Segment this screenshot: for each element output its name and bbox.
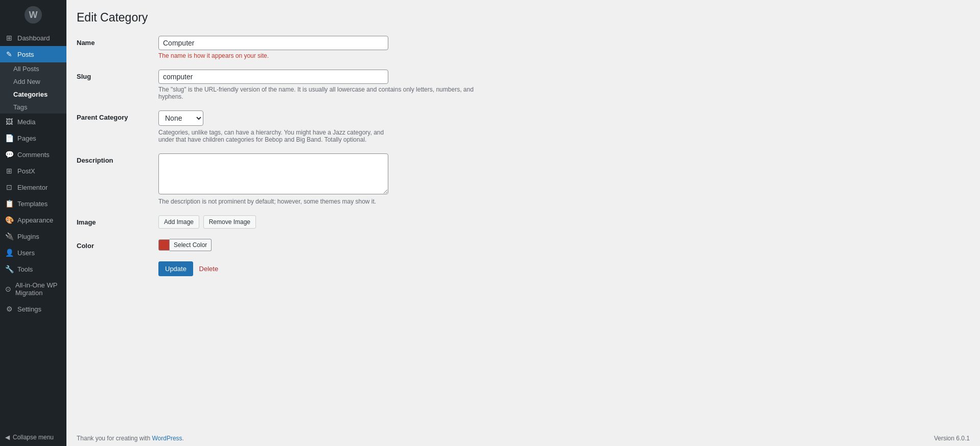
parent-category-row: Parent Category None Categories, unlike … — [77, 110, 485, 143]
tools-icon: 🔧 — [5, 265, 13, 273]
sidebar-item-postx[interactable]: ⊞ PostX — [0, 163, 66, 179]
description-row: Description The description is not promi… — [77, 153, 485, 205]
sidebar-item-label: Appearance — [17, 216, 53, 224]
parent-category-field: None Categories, unlike tags, can have a… — [158, 110, 485, 143]
actions-field: Update Delete — [158, 261, 485, 276]
sidebar-item-media[interactable]: 🖼 Media — [0, 114, 66, 130]
sidebar-item-all-posts[interactable]: All Posts — [0, 62, 66, 75]
sidebar-item-label: Elementor — [17, 184, 48, 191]
sidebar-item-appearance[interactable]: 🎨 Appearance — [0, 212, 66, 228]
collapse-menu-button[interactable]: ◀ Collapse menu — [0, 429, 66, 446]
postx-icon: ⊞ — [5, 167, 13, 175]
dashboard-icon: ⊞ — [5, 34, 13, 42]
wp-logo: W — [0, 0, 66, 30]
aio-icon: ⊙ — [5, 285, 11, 293]
sidebar-item-posts[interactable]: ✎ Posts — [0, 46, 66, 62]
footer-static-text: Thank you for creating with — [77, 435, 150, 442]
image-row: Image Add Image Remove Image — [77, 215, 485, 229]
sidebar-item-label: Posts — [17, 51, 34, 58]
parent-category-label: Parent Category — [77, 110, 158, 121]
name-field: The name is how it appears on your site. — [158, 36, 485, 59]
parent-category-select[interactable]: None — [158, 110, 203, 126]
sidebar-item-settings[interactable]: ⚙ Settings — [0, 301, 66, 317]
slug-label: Slug — [77, 70, 158, 80]
name-row: Name The name is how it appears on your … — [77, 36, 485, 59]
elementor-icon: ⊡ — [5, 183, 13, 191]
footer: Thank you for creating with WordPress. V… — [66, 431, 980, 446]
sidebar-item-dashboard[interactable]: ⊞ Dashboard — [0, 30, 66, 46]
sidebar-item-label: Plugins — [17, 233, 39, 240]
sidebar-item-pages[interactable]: 📄 Pages — [0, 130, 66, 146]
color-field: Select Color — [158, 239, 485, 251]
sidebar-item-label: Tools — [17, 265, 33, 273]
sidebar-submenu-label: Tags — [13, 103, 27, 111]
sidebar-item-label: Settings — [17, 305, 41, 313]
name-help: The name is how it appears on your site. — [158, 52, 485, 59]
sidebar-item-templates[interactable]: 📋 Templates — [0, 195, 66, 212]
description-label: Description — [77, 153, 158, 164]
image-field: Add Image Remove Image — [158, 215, 485, 229]
image-label: Image — [77, 215, 158, 226]
pages-icon: 📄 — [5, 134, 13, 142]
description-textarea[interactable] — [158, 153, 388, 194]
sidebar-item-aio-migration[interactable]: ⊙ All-in-One WP Migration — [0, 277, 66, 301]
collapse-icon: ◀ — [5, 434, 10, 441]
sidebar-item-users[interactable]: 👤 Users — [0, 244, 66, 261]
main-content: Edit Category Name The name is how it ap… — [66, 0, 980, 446]
sidebar-item-label: Templates — [17, 200, 48, 208]
edit-category-form: Name The name is how it appears on your … — [77, 36, 485, 276]
page-title: Edit Category — [77, 10, 970, 26]
actions-spacer — [77, 261, 158, 264]
sidebar-item-categories[interactable]: Categories — [0, 88, 66, 101]
color-label: Color — [77, 239, 158, 250]
delete-button[interactable]: Delete — [197, 262, 221, 276]
footer-wordpress-link[interactable]: WordPress — [152, 435, 182, 442]
appearance-icon: 🎨 — [5, 216, 13, 224]
users-icon: 👤 — [5, 249, 13, 257]
slug-field: The "slug" is the URL-friendly version o… — [158, 70, 485, 100]
update-button[interactable]: Update — [158, 261, 193, 276]
description-field: The description is not prominent by defa… — [158, 153, 485, 205]
name-input[interactable] — [158, 36, 388, 50]
sidebar-submenu-label: All Posts — [13, 65, 39, 73]
sidebar-item-elementor[interactable]: ⊡ Elementor — [0, 179, 66, 195]
plugins-icon: 🔌 — [5, 232, 13, 240]
sidebar-item-tags[interactable]: Tags — [0, 101, 66, 114]
sidebar: W ⊞ Dashboard ✎ Posts All Posts Add New … — [0, 0, 66, 446]
sidebar-item-tools[interactable]: 🔧 Tools — [0, 261, 66, 277]
add-image-button[interactable]: Add Image — [158, 215, 199, 229]
color-swatch-area: Select Color — [158, 239, 485, 251]
settings-icon: ⚙ — [5, 305, 13, 313]
parent-category-help: Categories, unlike tags, can have a hier… — [158, 129, 388, 143]
footer-version: Version 6.0.1 — [934, 435, 970, 442]
sidebar-item-label: PostX — [17, 167, 35, 175]
sidebar-submenu-label: Categories — [13, 91, 48, 98]
posts-icon: ✎ — [5, 50, 13, 58]
actions-row: Update Delete — [77, 261, 485, 276]
comments-icon: 💬 — [5, 150, 13, 159]
description-help: The description is not prominent by defa… — [158, 198, 388, 205]
sidebar-item-label: Users — [17, 249, 35, 257]
wordpress-logo-icon: W — [25, 6, 42, 24]
sidebar-submenu-label: Add New — [13, 78, 40, 85]
media-icon: 🖼 — [5, 118, 13, 126]
posts-submenu: All Posts Add New Categories Tags — [0, 62, 66, 114]
sidebar-item-label: Media — [17, 118, 35, 126]
sidebar-item-plugins[interactable]: 🔌 Plugins — [0, 228, 66, 244]
slug-help: The "slug" is the URL-friendly version o… — [158, 86, 485, 100]
color-row: Color Select Color — [77, 239, 485, 251]
slug-input[interactable] — [158, 70, 388, 84]
sidebar-item-label: Comments — [17, 151, 50, 159]
select-color-button[interactable]: Select Color — [170, 239, 212, 251]
remove-image-button[interactable]: Remove Image — [203, 215, 256, 229]
slug-row: Slug The "slug" is the URL-friendly vers… — [77, 70, 485, 100]
name-label: Name — [77, 36, 158, 47]
sidebar-item-label: All-in-One WP Migration — [15, 281, 61, 297]
sidebar-item-label: Dashboard — [17, 34, 50, 42]
collapse-menu-label: Collapse menu — [13, 434, 54, 441]
sidebar-item-comments[interactable]: 💬 Comments — [0, 146, 66, 163]
color-swatch[interactable] — [158, 239, 170, 251]
sidebar-item-add-new[interactable]: Add New — [0, 75, 66, 88]
sidebar-item-label: Pages — [17, 135, 36, 142]
footer-text: Thank you for creating with WordPress. — [77, 435, 184, 442]
